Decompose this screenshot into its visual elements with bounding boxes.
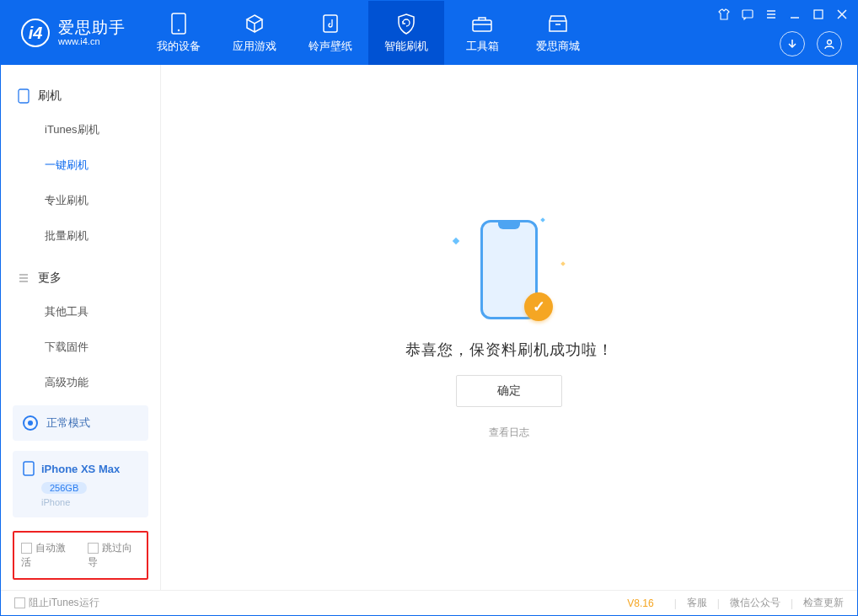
feedback-icon[interactable] (741, 8, 754, 21)
sidebar-item-one-click-flash[interactable]: 一键刷机 (1, 147, 160, 183)
nav-label: 我的设备 (157, 39, 201, 54)
nav-label: 铃声壁纸 (308, 39, 352, 54)
sidebar-item-pro-flash[interactable]: 专业刷机 (1, 183, 160, 218)
brand-name: 爱思助手 (58, 19, 126, 37)
nav-label: 爱思商城 (536, 39, 580, 54)
sidebar-item-download-firmware[interactable]: 下载固件 (1, 329, 160, 365)
sparkle-icon (560, 261, 566, 266)
music-note-icon (319, 13, 341, 35)
mode-label: 正常模式 (46, 415, 90, 431)
check-badge-icon: ✓ (524, 292, 553, 321)
logo-area: i4 爱思助手 www.i4.cn (1, 1, 141, 65)
logo-text: 爱思助手 www.i4.cn (58, 19, 126, 47)
device-type: iPhone (41, 497, 138, 507)
footer-left: 阻止iTunes运行 (14, 596, 99, 610)
mode-icon (23, 415, 38, 431)
separator: | (717, 597, 720, 609)
sidebar-section-flash: 刷机 (1, 80, 160, 112)
device-phone-icon (23, 461, 35, 476)
check-label: 阻止iTunes运行 (29, 597, 99, 608)
confirm-button[interactable]: 确定 (456, 375, 562, 407)
svg-point-1 (178, 29, 180, 30)
sidebar: 刷机 iTunes刷机 一键刷机 专业刷机 批量刷机 更多 其他工具 下载固件 … (1, 65, 161, 590)
download-button[interactable] (780, 31, 805, 56)
phone-outline-icon (18, 88, 29, 104)
nav-label: 工具箱 (466, 39, 499, 54)
nav-label: 智能刷机 (384, 39, 428, 54)
separator: | (791, 597, 793, 609)
sidebar-item-batch-flash[interactable]: 批量刷机 (1, 218, 160, 254)
mode-card[interactable]: 正常模式 (13, 405, 148, 441)
nav-tab-my-device[interactable]: 我的设备 (141, 1, 217, 65)
svg-rect-7 (19, 89, 29, 103)
header: i4 爱思助手 www.i4.cn 我的设备 应用游戏 铃声壁纸 智能刷机 工具… (1, 1, 857, 65)
body: 刷机 iTunes刷机 一键刷机 专业刷机 批量刷机 更多 其他工具 下载固件 … (1, 65, 857, 590)
checkbox-icon (14, 597, 25, 608)
shop-icon (547, 13, 569, 35)
cube-icon (244, 13, 265, 35)
nav-label: 应用游戏 (233, 39, 276, 54)
sparkle-icon (453, 238, 459, 244)
footer: 阻止iTunes运行 V8.16 | 客服 | 微信公众号 | 检查更新 (1, 590, 857, 615)
sidebar-section-more: 更多 (1, 262, 160, 294)
bottom-checks-box: 自动激活 跳过向导 (13, 531, 148, 580)
user-button[interactable] (817, 31, 842, 56)
maximize-button[interactable] (812, 8, 825, 21)
checkbox-block-itunes[interactable]: 阻止iTunes运行 (14, 596, 99, 610)
sidebar-item-advanced[interactable]: 高级功能 (1, 365, 160, 400)
device-name-row: iPhone XS Max (23, 461, 138, 476)
titlebar-controls (717, 8, 849, 21)
sidebar-item-other-tools[interactable]: 其他工具 (1, 294, 160, 329)
checkbox-auto-activate[interactable]: 自动激活 (21, 541, 74, 570)
svg-rect-3 (473, 20, 491, 31)
separator: | (674, 597, 677, 609)
main-content: ✓ 恭喜您，保资料刷机成功啦！ 确定 查看日志 (161, 65, 857, 590)
footer-link-update[interactable]: 检查更新 (803, 596, 844, 610)
minimize-button[interactable] (788, 8, 802, 21)
nav-tab-ring-wallpaper[interactable]: 铃声壁纸 (292, 1, 368, 65)
sparkle-icon (540, 217, 545, 222)
logo-icon: i4 (21, 19, 50, 47)
nav-tab-toolbox[interactable]: 工具箱 (444, 1, 520, 65)
footer-right: V8.16 | 客服 | 微信公众号 | 检查更新 (627, 596, 844, 610)
nav-tab-smart-flash[interactable]: 智能刷机 (368, 1, 444, 65)
success-message: 恭喜您，保资料刷机成功啦！ (405, 340, 614, 360)
svg-point-6 (828, 40, 832, 45)
device-storage: 256GB (41, 482, 87, 494)
brand-url: www.i4.cn (58, 36, 126, 46)
device-card[interactable]: iPhone XS Max 256GB iPhone (13, 451, 148, 517)
tshirt-icon[interactable] (717, 8, 731, 21)
success-illustration: ✓ (442, 215, 576, 324)
svg-rect-5 (814, 10, 823, 19)
sidebar-item-itunes-flash[interactable]: iTunes刷机 (1, 112, 160, 147)
header-right-icons (780, 31, 842, 56)
footer-link-support[interactable]: 客服 (687, 596, 707, 610)
menu-icon[interactable] (764, 8, 778, 21)
checkbox-icon (88, 543, 99, 554)
checkbox-icon (21, 543, 32, 554)
section-label: 刷机 (38, 88, 62, 104)
close-button[interactable] (835, 8, 849, 21)
nav-tab-mall[interactable]: 爱思商城 (520, 1, 596, 65)
device-name: iPhone XS Max (41, 463, 120, 475)
version-label: V8.16 (627, 597, 653, 609)
checkbox-skip-guide[interactable]: 跳过向导 (88, 541, 141, 570)
footer-link-wechat[interactable]: 微信公众号 (730, 596, 780, 610)
section-label: 更多 (38, 271, 62, 286)
nav-tab-apps-games[interactable]: 应用游戏 (217, 1, 292, 65)
list-icon (18, 272, 29, 284)
toolbox-icon (471, 13, 493, 35)
nav-tabs: 我的设备 应用游戏 铃声壁纸 智能刷机 工具箱 爱思商城 (141, 1, 596, 65)
svg-rect-4 (743, 10, 753, 18)
phone-icon (168, 13, 190, 35)
shield-refresh-icon (395, 13, 417, 35)
svg-rect-8 (24, 462, 34, 475)
view-log-link[interactable]: 查看日志 (489, 426, 529, 440)
